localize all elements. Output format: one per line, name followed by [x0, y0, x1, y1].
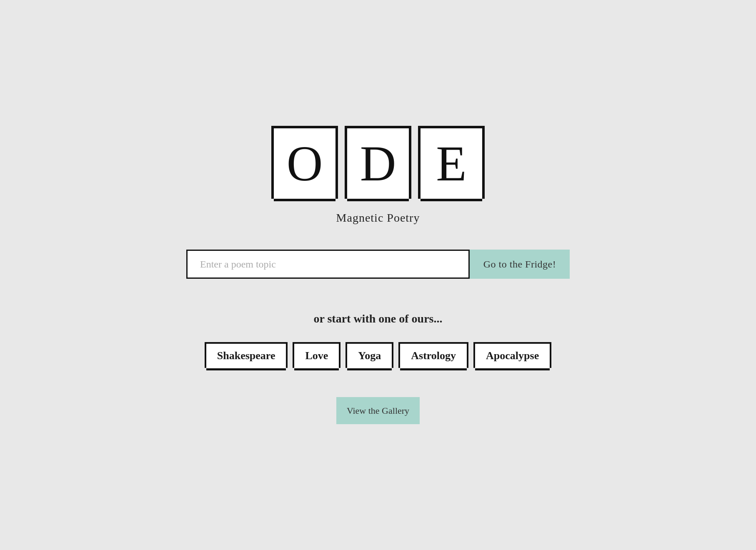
- subtitle: Magnetic Poetry: [336, 211, 420, 225]
- page-container: O D E Magnetic Poetry Go to the Fridge! …: [0, 101, 756, 449]
- input-row: Go to the Fridge!: [186, 250, 570, 279]
- logo-letter-o: O: [271, 126, 338, 199]
- poem-topic-input[interactable]: [186, 250, 470, 279]
- or-text: or start with one of ours...: [313, 312, 442, 325]
- topic-button-love[interactable]: Love: [293, 342, 340, 368]
- topics-row: Shakespeare Love Yoga Astrology Apocalyp…: [205, 342, 551, 368]
- topic-button-apocalypse[interactable]: Apocalypse: [473, 342, 551, 368]
- go-to-fridge-button[interactable]: Go to the Fridge!: [470, 250, 570, 279]
- topic-button-shakespeare[interactable]: Shakespeare: [205, 342, 288, 368]
- view-gallery-button[interactable]: View the Gallery: [336, 397, 420, 424]
- logo: O D E: [271, 126, 485, 199]
- topic-button-astrology[interactable]: Astrology: [398, 342, 468, 368]
- logo-letter-e: E: [418, 126, 485, 199]
- logo-letter-d: D: [345, 126, 411, 199]
- topic-button-yoga[interactable]: Yoga: [345, 342, 393, 368]
